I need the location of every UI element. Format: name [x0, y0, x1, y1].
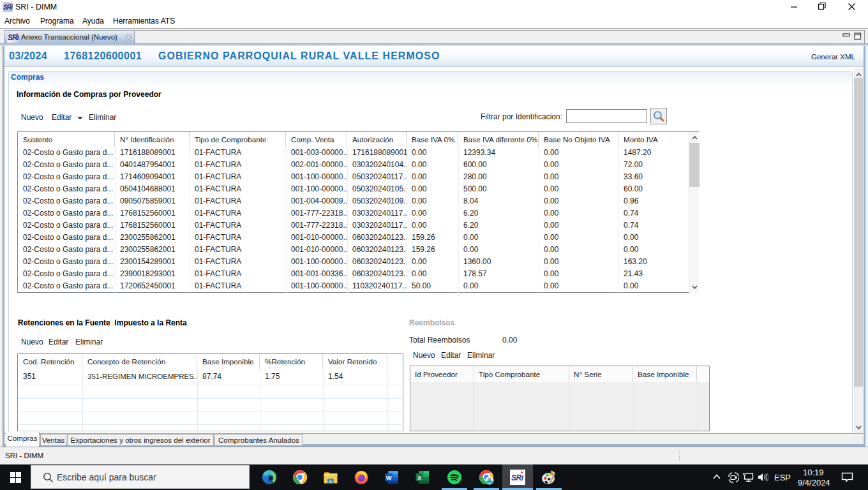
svg-text:X: X [417, 474, 422, 481]
svg-text:W: W [386, 474, 392, 481]
